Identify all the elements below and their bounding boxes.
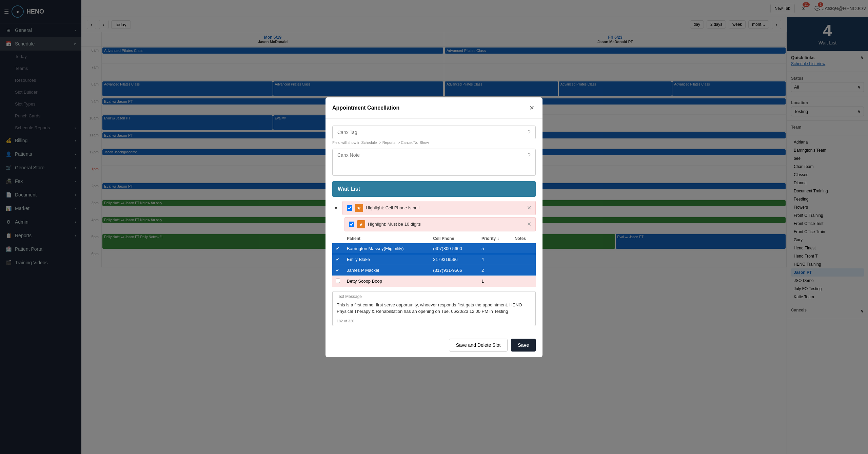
text-message-content[interactable]: This is a first come, first serve opport… [333,299,535,319]
text-message-section: Text Message This is a first come, first… [332,291,536,326]
highlight1-checkbox[interactable] [347,205,352,211]
row1-check[interactable]: ✓ [332,243,343,254]
highlight2-close[interactable]: ✕ [527,221,531,227]
row1-patient: Barrington Massey(Eligibility) [343,243,430,254]
row2-priority: 4 [478,254,511,265]
canx-tag-input[interactable] [337,130,528,135]
patient-row-3[interactable]: ✓ James P Mackel (317)931-9566 2 [332,265,536,276]
highlight1-text: Highlight: Cell Phone is null [366,205,524,210]
char-count: 182 of 320 [333,319,535,326]
col-priority[interactable]: Priority ↕ [478,234,511,243]
modal-body: ? Field will show in Schedule -> Reports… [326,119,542,333]
col-notes: Notes [511,234,536,243]
appointment-cancellation-modal: Appointment Cancellation ✕ ? Field will … [326,97,542,357]
highlight-row-1: ★ Highlight: Cell Phone is null ✕ [342,201,536,215]
field-hint: Field will show in Schedule -> Reports -… [332,140,536,145]
row3-notes [511,265,536,276]
patient-row-2[interactable]: ✓ Emily Blake 3179319566 4 [332,254,536,265]
sort-icon: ↕ [497,236,499,241]
patient-table: Patient Cell Phone Priority ↕ Notes ✓ Ba… [332,234,536,287]
star-icon-2: ★ [357,220,365,228]
row2-patient: Emily Blake [343,254,430,265]
row4-patient: Betty Scoop Boop [343,276,430,287]
col-checkbox [332,234,343,243]
row2-phone: 3179319566 [430,254,478,265]
highlight2-text: Highlight: Must be 10 digits [368,222,524,227]
save-delete-slot-button[interactable]: Save and Delete Slot [449,339,508,352]
canx-note-input[interactable] [337,152,528,158]
row2-check[interactable]: ✓ [332,254,343,265]
highlight2-checkbox[interactable] [349,222,354,227]
patient-row-4[interactable]: Betty Scoop Boop 1 [332,276,536,287]
canx-note-field[interactable]: ? [332,149,536,176]
save-button[interactable]: Save [511,339,536,352]
row4-phone [430,276,478,287]
modal-header: Appointment Cancellation ✕ [326,97,542,119]
modal-close-button[interactable]: ✕ [528,103,536,113]
row3-phone: (317)931-9566 [430,265,478,276]
row1-priority: 5 [478,243,511,254]
canx-note-help-icon[interactable]: ? [528,152,531,158]
star-icon-1: ★ [355,204,363,212]
row4-checkbox[interactable] [336,279,340,283]
highlight-row-2: ★ Highlight: Must be 10 digits ✕ [344,217,536,231]
row3-check[interactable]: ✓ [332,265,343,276]
highlight-dropdown-toggle[interactable]: ▼ [332,204,340,212]
row3-patient: James P Mackel [343,265,430,276]
text-message-label: Text Message [333,291,535,299]
row4-priority: 1 [478,276,511,287]
highlight1-close[interactable]: ✕ [527,205,531,211]
patient-row-1[interactable]: ✓ Barrington Massey(Eligibility) (407)80… [332,243,536,254]
modal-title: Appointment Cancellation [332,105,399,111]
col-patient[interactable]: Patient [343,234,430,243]
row2-notes [511,254,536,265]
row1-phone: (407)800-5600 [430,243,478,254]
canx-tag-help-icon[interactable]: ? [528,129,531,135]
row4-notes [511,276,536,287]
row4-check[interactable] [332,276,343,287]
canx-tag-field[interactable]: ? [332,126,536,139]
modal-footer: Save and Delete Slot Save [326,333,542,357]
modal-overlay: Appointment Cancellation ✕ ? Field will … [0,0,868,454]
wait-list-section-header: Wait List [332,181,536,197]
col-cell-phone[interactable]: Cell Phone [430,234,478,243]
row1-notes [511,243,536,254]
row3-priority: 2 [478,265,511,276]
